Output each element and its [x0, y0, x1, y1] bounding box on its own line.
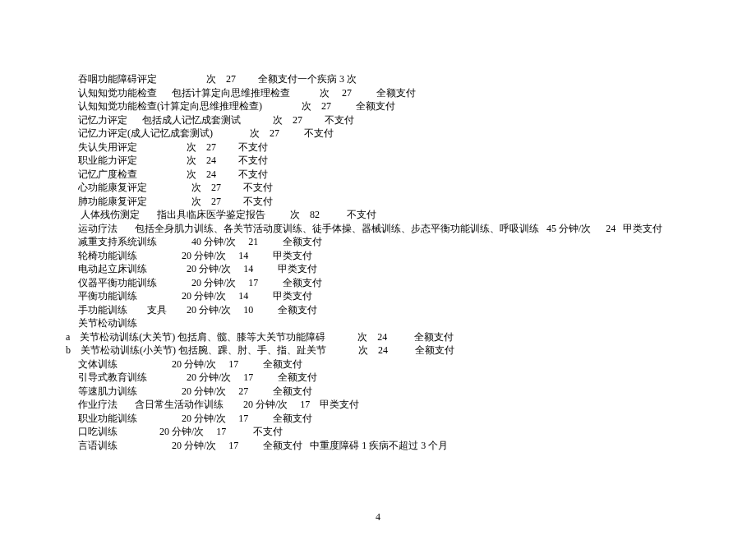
- text-body: 吞咽功能障碍评定 次 27 全额支付一个疾病 3 次 认知知觉功能检查 包括计算…: [66, 72, 726, 452]
- page-number: 4: [0, 510, 756, 524]
- text-line: 肺功能康复评定 次 27 不支付: [66, 195, 726, 209]
- text-line: a 关节松动训练(大关节) 包括肩、髋、膝等大关节功能障碍 次 24 全额支付: [66, 330, 726, 344]
- document-page: 吞咽功能障碍评定 次 27 全额支付一个疾病 3 次 认知知觉功能检查 包括计算…: [0, 0, 756, 535]
- text-line: 记忆力评定 包括成人记忆成套测试 次 27 不支付: [66, 113, 726, 127]
- text-line: 吞咽功能障碍评定 次 27 全额支付一个疾病 3 次: [66, 72, 726, 86]
- text-line: b 关节松动训练(小关节) 包括腕、踝、肘、手、指、趾关节 次 24 全额支付: [66, 344, 726, 357]
- text-line: 轮椅功能训练 20 分钟/次 14 甲类支付: [66, 249, 726, 263]
- text-line: 引导式教育训练 20 分钟/次 17 全额支付: [66, 371, 726, 385]
- text-line: 文体训练 20 分钟/次 17 全额支付: [66, 357, 726, 371]
- text-line: 认知知觉功能检查(计算定向思维推理检查) 次 27 全额支付: [66, 99, 726, 113]
- text-line: 记忆力评定(成人记忆成套测试) 次 27 不支付: [66, 127, 726, 141]
- text-line: 手功能训练 支具 20 分钟/次 10 全额支付: [66, 303, 726, 317]
- text-line: 口吃训练 20 分钟/次 17 不支付: [66, 425, 726, 439]
- text-line: 职业功能训练 20 分钟/次 17 全额支付: [66, 412, 726, 426]
- text-line: 心功能康复评定 次 27 不支付: [66, 181, 726, 195]
- text-line: 仪器平衡功能训练 20 分钟/次 17 全额支付: [66, 276, 726, 290]
- text-line: 减重支持系统训练 40 分钟/次 21 全额支付: [66, 235, 726, 249]
- text-line: 运动疗法 包括全身肌力训练、各关节活动度训练、徒手体操、器械训练、步态平衡功能训…: [66, 222, 726, 236]
- text-line: 平衡功能训练 20 分钟/次 14 甲类支付: [66, 289, 726, 303]
- text-line: 记忆广度检查 次 24 不支付: [66, 168, 726, 182]
- text-line: 职业能力评定 次 24 不支付: [66, 154, 726, 168]
- text-line: 言语训练 20 分钟/次 17 全额支付 中重度障碍 1 疾病不超过 3 个月: [66, 439, 726, 453]
- text-line: 失认失用评定 次 27 不支付: [66, 141, 726, 155]
- text-line: 认知知觉功能检查 包括计算定向思维推理检查 次 27 全额支付: [66, 86, 726, 100]
- text-line: 作业疗法 含日常生活动作训练 20 分钟/次 17 甲类支付: [66, 398, 726, 412]
- text-line: 关节松动训练: [66, 316, 726, 330]
- text-line: 电动起立床训练 20 分钟/次 14 甲类支付: [66, 262, 726, 276]
- text-line: 等速肌力训练 20 分钟/次 27 全额支付: [66, 385, 726, 399]
- text-line: 人体残伤测定 指出具临床医学鉴定报告 次 82 不支付: [66, 208, 726, 222]
